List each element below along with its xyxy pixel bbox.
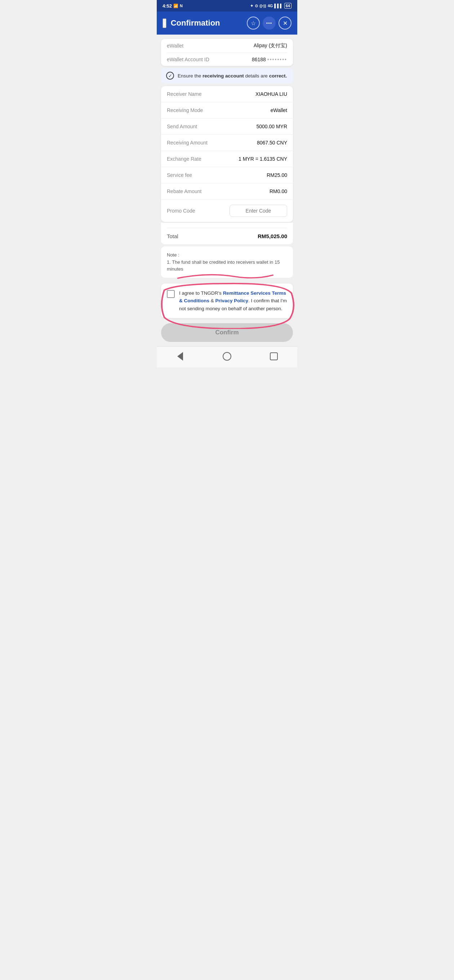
receiving-amount-value: 8067.50 CNY [257,140,287,146]
service-fee-row: Service fee RM25.00 [161,167,293,183]
status-time: 4:52 📶 N [162,3,183,9]
total-value: RM5,025.00 [258,233,287,239]
signal-icon: 4G [268,3,273,8]
note-section: Note : 1. The fund shall be credited int… [161,247,293,278]
total-row: Total RM5,025.00 [167,233,287,239]
notice-box: ✓ Ensure the receiving account details a… [161,68,293,83]
ewallet-row: eWallet Alipay (支付宝) [161,39,293,52]
status-bar: 4:52 📶 N ✦ ⊙ ((•)) 4G ▌▌▌ 64 [157,0,297,11]
more-options-button[interactable]: ••• [263,17,276,30]
recent-nav-button[interactable] [268,351,279,362]
battery-indicator: 64 [284,3,292,9]
receiving-mode-row: Receiving Mode eWallet [161,102,293,119]
total-label: Total [167,233,178,239]
promo-code-input[interactable] [229,205,287,217]
account-id-label: eWallet Account ID [167,57,209,62]
status-icons: ✦ ⊙ ((•)) 4G ▌▌▌ 64 [250,3,292,9]
signal-bars: ▌▌▌ [274,3,282,8]
close-button[interactable]: ✕ [279,17,292,30]
note-heading: Note : [167,251,287,259]
total-section: Total RM5,025.00 [161,223,293,244]
favorite-button[interactable]: ☆ [247,17,260,30]
rebate-amount-value: RM0.00 [269,188,287,194]
exchange-rate-value: 1 MYR = 1.6135 CNY [239,156,287,162]
receiver-name-label: Receiver Name [167,91,201,97]
agreement-text: I agree to TNGDR's Remittance Services T… [179,289,287,313]
page-title: Confirmation [171,18,242,28]
agreement-checkbox[interactable] [167,290,175,298]
agreement-box: I agree to TNGDR's Remittance Services T… [161,283,293,318]
battery-level: 64 [286,3,290,8]
check-icon: ✓ [166,72,174,80]
send-amount-label: Send Amount [167,124,197,129]
home-nav-button[interactable] [221,351,233,362]
receiving-amount-row: Receiving Amount 8067.50 CNY [161,135,293,151]
promo-code-row: Promo Code [161,200,293,222]
confirm-button[interactable]: Confirm [161,323,293,342]
recent-nav-icon [270,352,278,360]
home-nav-icon [223,352,231,361]
back-nav-button[interactable] [175,351,186,362]
service-fee-label: Service fee [167,172,192,178]
exchange-rate-row: Exchange Rate 1 MYR = 1.6135 CNY [161,151,293,167]
receiving-mode-label: Receiving Mode [167,107,203,113]
header-actions: ☆ ••• ✕ [247,17,292,30]
notice-text: Ensure the receiving account details are… [178,73,287,78]
rebate-amount-label: Rebate Amount [167,188,202,194]
account-id-row: eWallet Account ID 86188 •••••••• [161,53,293,66]
nfc-icon: N [180,3,183,8]
sim-icon: 📶 [173,3,178,8]
location-icon: ⊙ [255,3,258,8]
privacy-link[interactable]: Privacy Policy [215,298,249,303]
account-id-value: 86188 •••••••• [252,57,287,62]
receiver-name-row: Receiver Name XIAOHUA LIU [161,86,293,102]
back-button[interactable]: ‹ [162,18,166,28]
agreement-wrapper: I agree to TNGDR's Remittance Services T… [161,283,293,318]
ewallet-label: eWallet [167,43,183,49]
receiving-amount-label: Receiving Amount [167,140,207,146]
time-display: 4:52 [162,3,172,9]
wallet-info-card: eWallet Alipay (支付宝) eWallet Account ID … [161,39,293,66]
details-section: Receiver Name XIAOHUA LIU Receiving Mode… [161,86,293,222]
note-line1: 1. The fund shall be credited into recei… [167,259,287,273]
service-fee-value: RM25.00 [267,172,287,178]
exchange-rate-label: Exchange Rate [167,156,201,162]
receiver-name-value: XIAOHUA LIU [255,91,287,97]
send-amount-row: Send Amount 5000.00 MYR [161,119,293,135]
wifi-icon: ((•)) [260,3,266,8]
confirm-button-wrapper: Confirm [157,318,297,346]
rebate-amount-row: Rebate Amount RM0.00 [161,183,293,200]
promo-code-label: Promo Code [167,208,195,214]
bottom-nav [157,346,297,368]
bluetooth-icon: ✦ [250,3,253,8]
receiving-mode-value: eWallet [271,107,287,113]
ewallet-value: Alipay (支付宝) [254,43,287,49]
send-amount-value: 5000.00 MYR [256,124,287,129]
app-header: ‹ Confirmation ☆ ••• ✕ [157,11,297,35]
back-nav-icon [177,352,183,361]
